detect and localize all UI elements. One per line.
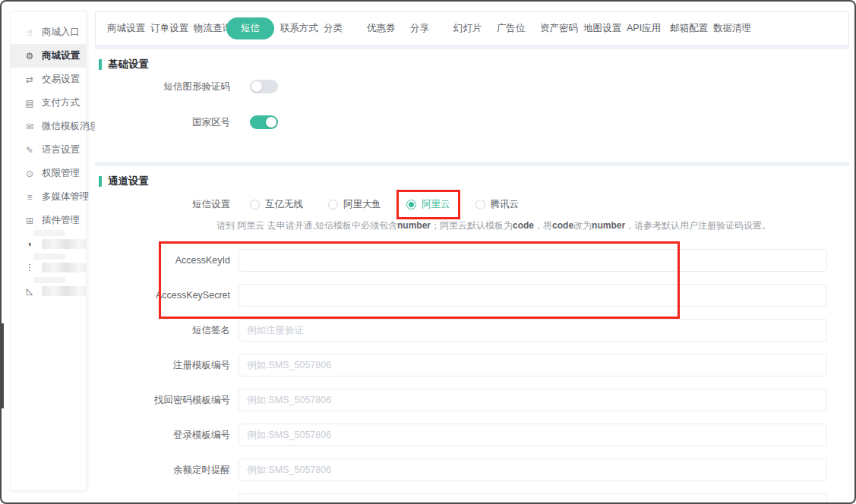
- accesskey-group: AccessKeyId AccessKeySecret: [95, 249, 849, 307]
- sidebar-item[interactable]: ◖: [11, 232, 86, 256]
- basic-settings-section: 基础设置 短信图形验证码 国家区号: [95, 49, 849, 162]
- plugin-icon: ⊞: [24, 216, 35, 225]
- app-window: ☝ 商城入口 ⚙ 商城设置 ⇄ 交易设置 ▤ 支付方式 ✉ 微信模板消息 ✎ 语…: [0, 0, 856, 504]
- tab[interactable]: 广告位: [497, 22, 540, 35]
- sidebar-item[interactable]: ▤ 支付方式: [11, 91, 86, 115]
- tab[interactable]: 数据清理: [713, 22, 757, 35]
- radio-icon: [328, 200, 338, 209]
- sidebar-item[interactable]: ⚙ 商城设置: [11, 44, 86, 68]
- text-input[interactable]: [238, 493, 827, 504]
- tab[interactable]: 联系方式: [280, 22, 324, 35]
- section-title-text: 通道设置: [108, 175, 149, 188]
- form-field-row: 找回密码模板编号: [95, 389, 849, 411]
- tab[interactable]: 地图设置: [583, 22, 627, 35]
- text-input[interactable]: [238, 284, 827, 307]
- blurred-icon-2: ⋮: [24, 263, 35, 272]
- window-scrollbar-thumb[interactable]: [2, 323, 4, 408]
- credit-card-icon: ▤: [24, 99, 35, 108]
- form-fields: AccessKeyId AccessKeySecret 短信签名 注册模板编号 …: [95, 249, 849, 504]
- radio-option[interactable]: 互亿无线: [250, 198, 303, 211]
- field-label: 找回密码模板编号: [95, 394, 238, 407]
- sms-provider-label: 短信设置: [95, 198, 238, 211]
- tab[interactable]: 分类: [324, 22, 367, 35]
- tab[interactable]: 幻灯片: [453, 22, 497, 35]
- tab[interactable]: 短信: [237, 17, 280, 39]
- form-field-row: 短信签名: [95, 319, 849, 342]
- sidebar-item[interactable]: ◺: [11, 279, 86, 303]
- section-title-basic: 基础设置: [95, 49, 849, 71]
- tab[interactable]: 订单设置: [150, 22, 194, 35]
- hand-pointer-icon: ☝: [24, 28, 35, 37]
- section-title-channel: 通道设置: [95, 166, 849, 188]
- form-field-row: 登录模板编号: [95, 424, 849, 446]
- sidebar-item[interactable]: ✉ 微信模板消息: [11, 115, 86, 138]
- sidebar: ☝ 商城入口 ⚙ 商城设置 ⇄ 交易设置 ▤ 支付方式 ✉ 微信模板消息 ✎ 语…: [10, 11, 87, 491]
- tab[interactable]: 邮箱配置: [670, 22, 713, 35]
- radio-option[interactable]: 腾讯云: [475, 198, 520, 211]
- text-input[interactable]: [238, 249, 827, 272]
- toggle-row: 国家区号: [95, 115, 849, 129]
- sidebar-item[interactable]: ⊙ 权限管理: [11, 162, 86, 185]
- section-title-text: 基础设置: [108, 58, 149, 71]
- form-field-row-partial: [95, 493, 849, 504]
- radio-option[interactable]: 阿里云: [406, 198, 450, 211]
- tab[interactable]: 优惠券: [367, 22, 410, 35]
- toggle-knob-icon: [266, 117, 276, 128]
- toggle-switch[interactable]: [250, 80, 278, 93]
- text-input[interactable]: [238, 389, 827, 411]
- field-label: AccessKeySecret: [95, 290, 238, 301]
- exchange-arrows-icon: ⇄: [24, 75, 35, 84]
- language-doc-icon: ✎: [24, 146, 35, 155]
- sms-provider-radio-group: 互亿无线 阿里大鱼 阿里云 腾讯云: [250, 198, 519, 211]
- toggle-knob-icon: [251, 81, 262, 92]
- form-field-row: 注册模板编号: [95, 354, 849, 376]
- toggle-switch[interactable]: [250, 115, 278, 129]
- chat-bubbles-icon: ✉: [24, 122, 35, 131]
- toggle-row: 短信图形验证码: [95, 80, 849, 93]
- blurred-icon-1: ◖: [24, 240, 35, 248]
- sidebar-item[interactable]: ☝ 商城入口: [11, 20, 86, 44]
- sidebar-item[interactable]: ⊞ 插件管理: [11, 209, 86, 232]
- radio-icon: [406, 200, 416, 209]
- form-field-row: AccessKeySecret: [95, 284, 849, 307]
- eye-icon: ⊙: [24, 169, 35, 178]
- section-marker-icon: [99, 59, 102, 70]
- blurred-icon-3: ◺: [24, 287, 35, 295]
- list-icon: ≡: [24, 193, 35, 202]
- settings-tabbar: 商城设置 订单设置 物流查询 短信 联系方式 分类 优惠券 分享 幻灯片 广告位…: [95, 11, 849, 45]
- tab[interactable]: 商城设置: [107, 22, 150, 35]
- text-input[interactable]: [238, 319, 827, 342]
- field-label: AccessKeyId: [95, 255, 238, 266]
- radio-option[interactable]: 阿里大鱼: [328, 198, 381, 211]
- toggle-label: 短信图形验证码: [95, 80, 238, 93]
- sidebar-item[interactable]: ✎ 语言设置: [11, 138, 86, 162]
- radio-icon: [475, 200, 485, 209]
- section-marker-icon: [99, 176, 102, 187]
- text-input[interactable]: [238, 424, 827, 446]
- provider-hint-text: 请到 阿里云 去申请开通,短信模板中必须包含number；阿里云默认模板为cod…: [216, 219, 849, 232]
- field-label: 注册模板编号: [95, 359, 238, 372]
- toggle-label: 国家区号: [95, 116, 238, 129]
- main-area: 商城设置 订单设置 物流查询 短信 联系方式 分类 优惠券 分享 幻灯片 广告位…: [95, 11, 849, 502]
- form-field-row: AccessKeyId: [95, 249, 849, 272]
- tab[interactable]: 资产密码: [540, 22, 583, 35]
- channel-settings-section: 通道设置 短信设置 互亿无线 阿里大鱼 阿里云 腾讯云 请到 阿里云 去申请开通…: [95, 166, 849, 504]
- field-label: 短信签名: [95, 324, 238, 337]
- gear-icon: ⚙: [24, 52, 35, 61]
- field-label: 余额定时提醒: [95, 464, 238, 477]
- field-label: 登录模板编号: [95, 429, 238, 442]
- tab[interactable]: API应用: [627, 22, 670, 35]
- text-input[interactable]: [238, 458, 827, 481]
- form-field-row: 余额定时提醒: [95, 458, 849, 481]
- sidebar-item[interactable]: ≡ 多媒体管理: [11, 185, 86, 209]
- radio-icon: [250, 200, 260, 209]
- tab[interactable]: 分享: [410, 22, 453, 35]
- text-input[interactable]: [238, 354, 827, 376]
- sms-provider-row: 短信设置 互亿无线 阿里大鱼 阿里云 腾讯云: [95, 198, 849, 211]
- sidebar-item[interactable]: ⋮: [11, 256, 86, 279]
- sidebar-item[interactable]: ⇄ 交易设置: [11, 68, 86, 91]
